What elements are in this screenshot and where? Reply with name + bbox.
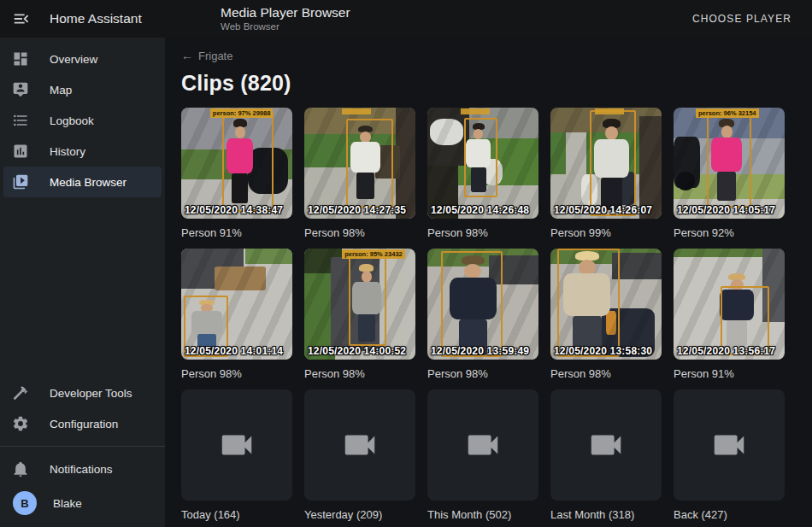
video-icon: [463, 425, 503, 465]
clip-label: Person 98%: [304, 225, 415, 241]
clip-timestamp-overlay: 12/05/2020 13:59:49: [431, 345, 529, 357]
clip-thumbnail[interactable]: 12/05/2020 14:26:48: [427, 108, 538, 219]
breadcrumb-back[interactable]: ← Frigate: [181, 48, 232, 63]
sidebar-item-profile[interactable]: B Blake: [3, 486, 162, 520]
sidebar-divider: [0, 446, 165, 447]
sidebar-spacer: [0, 197, 165, 378]
clip-thumbnail[interactable]: 12/05/2020 13:59:49: [427, 249, 538, 360]
clip-timestamp-overlay: 12/05/2020 14:38:47: [185, 204, 283, 216]
folder-label: Yesterday (209): [304, 507, 415, 523]
clip-label: Person 98%: [181, 366, 292, 382]
clip-item[interactable]: 12/05/2020 14:01:14 Person 98%: [181, 249, 292, 382]
folder-label: Back (427): [674, 507, 785, 523]
user-name: Blake: [53, 497, 82, 510]
clip-item[interactable]: 12/05/2020 13:58:30 Person 98%: [550, 249, 662, 382]
clip-item[interactable]: person: 97% 2998812/05/2020 14:38:47 Per…: [181, 108, 292, 241]
clip-item[interactable]: 12/05/2020 13:59:49 Person 98%: [427, 249, 538, 382]
detection-bounding-box: [349, 257, 386, 346]
folder-label: Today (164): [181, 507, 292, 523]
media-grid: person: 97% 2998812/05/2020 14:38:47 Per…: [181, 108, 812, 523]
sidebar-main-nav: Overview Map Logbook History Media Brows…: [0, 44, 165, 197]
screen-heading: Media Player Browser Web Browser: [165, 5, 350, 32]
sidebar-item-configuration[interactable]: Configuration: [3, 408, 162, 439]
clip-thumbnail[interactable]: 12/05/2020 13:56:17: [674, 249, 785, 360]
clip-thumbnail[interactable]: 12/05/2020 14:01:14: [181, 249, 292, 360]
scene-object: [430, 119, 463, 145]
folder-thumbnail[interactable]: [427, 389, 538, 501]
clip-timestamp-overlay: 12/05/2020 14:27:35: [308, 204, 406, 216]
screen-subtitle: Web Browser: [221, 20, 350, 32]
clip-item[interactable]: 12/05/2020 14:26:07 Person 99%: [550, 108, 662, 241]
folder-thumbnail[interactable]: [674, 389, 785, 501]
page-title: Clips (820): [181, 71, 812, 96]
app-header-right: CHOOSE PLAYER: [685, 6, 812, 32]
clip-timestamp-overlay: 12/05/2020 14:26:07: [554, 204, 652, 216]
clip-thumbnail[interactable]: 12/05/2020 14:27:35: [304, 108, 415, 219]
detection-chip-small: [342, 108, 371, 114]
play-box-multiple-icon: [12, 173, 29, 190]
app-header: Home Assistant Media Player Browser Web …: [0, 0, 812, 38]
clip-label: Person 92%: [674, 225, 785, 241]
sidebar-footer-nav: Developer Tools Configuration: [0, 378, 165, 439]
detection-bounding-box: [707, 116, 751, 208]
scene-object: [676, 172, 695, 190]
sidebar: Overview Map Logbook History Media Brows…: [0, 38, 165, 527]
hammer-icon: [12, 384, 29, 401]
chart-box-icon: [12, 143, 29, 160]
folder-item[interactable]: Today (164): [181, 389, 292, 523]
clip-thumbnail[interactable]: person: 95% 2343212/05/2020 14:00:52: [304, 249, 415, 360]
clip-item[interactable]: person: 96% 3215412/05/2020 14:05:17 Per…: [674, 108, 785, 241]
sidebar-item-developer-tools[interactable]: Developer Tools: [3, 378, 162, 408]
folder-thumbnail[interactable]: [550, 389, 662, 501]
detection-bounding-box: [346, 119, 393, 208]
clip-item[interactable]: 12/05/2020 14:27:35 Person 98%: [304, 108, 415, 241]
clip-item[interactable]: 12/05/2020 13:56:17 Person 91%: [674, 249, 785, 382]
detection-chip: person: 96% 32154: [696, 108, 759, 118]
sidebar-item-logbook[interactable]: Logbook: [3, 105, 162, 136]
sidebar-item-notifications[interactable]: Notifications: [3, 454, 162, 484]
video-icon: [586, 425, 626, 465]
clip-thumbnail[interactable]: 12/05/2020 13:58:30: [550, 249, 662, 360]
breadcrumb-label: Frigate: [198, 50, 232, 62]
sidebar-toggle-menu-icon[interactable]: [12, 9, 31, 28]
avatar: B: [13, 491, 37, 515]
clip-item[interactable]: 12/05/2020 14:26:48 Person 98%: [427, 108, 538, 241]
detection-chip-small: [461, 108, 490, 114]
detection-bounding-box: [441, 251, 503, 358]
folder-thumbnail[interactable]: [304, 389, 415, 501]
clip-item[interactable]: person: 95% 2343212/05/2020 14:00:52 Per…: [304, 249, 415, 382]
sidebar-item-label: Logbook: [50, 114, 94, 127]
folder-item[interactable]: Yesterday (209): [304, 389, 415, 523]
clip-label: Person 98%: [304, 366, 415, 382]
sidebar-item-overview[interactable]: Overview: [3, 44, 162, 74]
sidebar-item-history[interactable]: History: [3, 136, 162, 167]
folder-item[interactable]: This Month (502): [427, 389, 538, 523]
screen-title: Media Player Browser: [221, 5, 350, 20]
detection-bounding-box: [464, 118, 497, 198]
clip-label: Person 91%: [674, 366, 785, 382]
choose-player-button[interactable]: CHOOSE PLAYER: [685, 6, 798, 32]
media-browser-content: ← Frigate Clips (820) person: 97% 299881…: [165, 38, 812, 527]
sidebar-item-media-browser[interactable]: Media Browser: [3, 167, 162, 197]
detection-chip-small: [595, 108, 624, 114]
scene-object: [215, 266, 266, 291]
view-dashboard-icon: [12, 50, 29, 67]
folder-thumbnail[interactable]: [181, 389, 292, 501]
sidebar-item-map[interactable]: Map: [3, 74, 162, 105]
clip-timestamp-overlay: 12/05/2020 14:05:17: [677, 204, 775, 216]
clip-timestamp-overlay: 12/05/2020 13:56:17: [677, 345, 775, 357]
sidebar-item-label: Developer Tools: [50, 387, 132, 400]
scene-object: [245, 249, 292, 264]
sidebar-item-label: Configuration: [50, 418, 118, 430]
folder-item[interactable]: Last Month (318): [550, 389, 662, 523]
sidebar-item-label: Map: [50, 84, 72, 97]
folder-item[interactable]: Back (427): [674, 389, 785, 523]
clip-thumbnail[interactable]: person: 97% 2998812/05/2020 14:38:47: [181, 108, 292, 219]
detection-bounding-box: [557, 249, 620, 357]
clip-thumbnail[interactable]: person: 96% 3215412/05/2020 14:05:17: [674, 108, 785, 219]
detection-chip: person: 95% 23432: [342, 249, 405, 259]
clip-timestamp-overlay: 12/05/2020 14:01:14: [185, 345, 283, 357]
clip-thumbnail[interactable]: 12/05/2020 14:26:07: [550, 108, 662, 219]
sidebar-item-label: Overview: [50, 53, 97, 66]
detection-bounding-box: [590, 110, 637, 217]
